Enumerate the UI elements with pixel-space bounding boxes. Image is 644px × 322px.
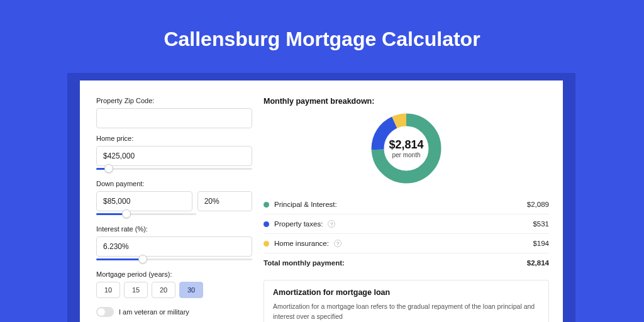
donut-chart: $2,814 per month xyxy=(264,111,549,186)
breakdown-title: Monthly payment breakdown: xyxy=(264,97,549,106)
breakdown-total-value: $2,814 xyxy=(527,259,549,267)
form-column: Property Zip Code: Home price: Down paym… xyxy=(96,97,252,322)
price-label: Home price: xyxy=(96,135,252,142)
rate-input[interactable] xyxy=(96,236,252,257)
breakdown-value: $531 xyxy=(533,220,549,228)
down-amount-input[interactable] xyxy=(96,191,192,211)
rate-slider[interactable] xyxy=(96,255,252,264)
calculator-panel: Property Zip Code: Home price: Down paym… xyxy=(80,80,563,322)
breakdown-label: Principal & Interest: xyxy=(274,201,337,208)
dot-icon xyxy=(264,221,269,227)
price-field: Home price: xyxy=(96,135,252,174)
period-option-20[interactable]: 20 xyxy=(152,282,175,298)
period-option-30[interactable]: 30 xyxy=(179,282,203,298)
breakdown-total-label: Total monthly payment: xyxy=(264,259,345,267)
zip-input[interactable] xyxy=(96,108,252,128)
breakdown-value: $2,089 xyxy=(527,201,549,208)
breakdown-column: Monthly payment breakdown: $2,814 per mo… xyxy=(252,97,549,322)
down-slider[interactable] xyxy=(96,210,196,219)
period-label: Mortgage period (years): xyxy=(96,270,252,278)
amortization-title: Amortization for mortgage loan xyxy=(273,288,540,297)
down-field: Down payment: xyxy=(96,180,252,219)
veteran-toggle[interactable] xyxy=(96,307,114,317)
help-icon[interactable]: ? xyxy=(334,240,341,247)
veteran-label: I am veteran or military xyxy=(119,308,189,316)
zip-field: Property Zip Code: xyxy=(96,97,252,128)
price-slider[interactable] xyxy=(96,165,252,174)
period-field: Mortgage period (years): 10 15 20 30 xyxy=(96,270,252,298)
down-pct-input[interactable] xyxy=(197,191,252,211)
amortization-text: Amortization for a mortgage loan refers … xyxy=(273,302,540,322)
donut-sublabel: per month xyxy=(392,152,420,158)
dot-icon xyxy=(264,241,269,247)
breakdown-row-total: Total monthly payment: $2,814 xyxy=(264,253,549,272)
amortization-box: Amortization for mortgage loan Amortizat… xyxy=(264,280,549,322)
help-icon[interactable]: ? xyxy=(328,220,335,228)
zip-label: Property Zip Code: xyxy=(96,97,252,104)
period-option-15[interactable]: 15 xyxy=(124,282,148,298)
period-option-10[interactable]: 10 xyxy=(96,282,120,298)
breakdown-label: Home insurance: xyxy=(274,240,329,247)
period-pills: 10 15 20 30 xyxy=(96,282,252,298)
down-label: Down payment: xyxy=(96,180,252,187)
dot-icon xyxy=(264,202,269,208)
page-title: Callensburg Mortgage Calculator xyxy=(0,0,644,69)
veteran-row: I am veteran or military xyxy=(96,307,252,317)
breakdown-label: Property taxes: xyxy=(274,220,323,228)
rate-field: Interest rate (%): xyxy=(96,225,252,264)
price-input[interactable] xyxy=(96,146,252,166)
breakdown-row-taxes: Property taxes: ? $531 xyxy=(264,214,549,234)
donut-amount: $2,814 xyxy=(389,138,423,152)
breakdown-value: $194 xyxy=(533,240,549,247)
breakdown-row-insurance: Home insurance: ? $194 xyxy=(264,234,549,253)
breakdown-row-principal: Principal & Interest: $2,089 xyxy=(264,195,549,214)
rate-label: Interest rate (%): xyxy=(96,225,252,233)
